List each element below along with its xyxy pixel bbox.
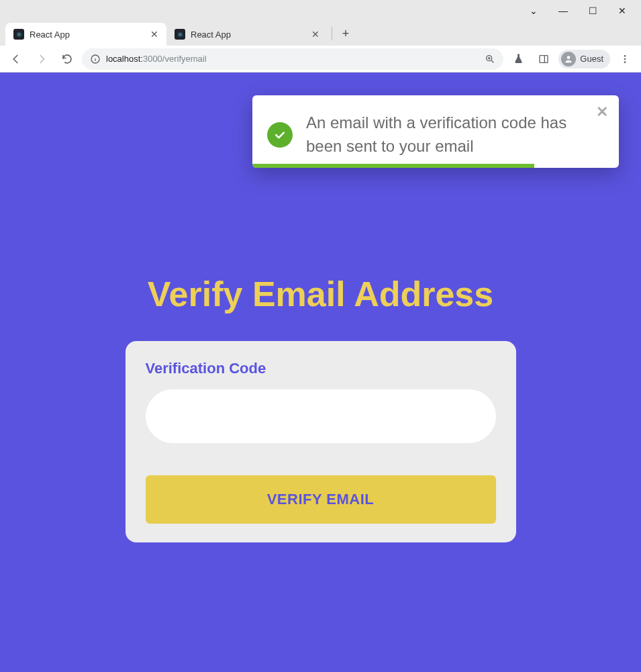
profile-label: Guest bbox=[580, 54, 603, 64]
toast-progress-bar bbox=[252, 164, 534, 168]
field-label: Verification Code bbox=[146, 360, 496, 377]
success-toast: An email with a verification code has be… bbox=[252, 95, 619, 168]
avatar-icon bbox=[561, 52, 576, 66]
verify-email-button[interactable]: VERIFY EMAIL bbox=[146, 475, 496, 524]
window-close-button[interactable]: ✕ bbox=[607, 1, 637, 20]
address-bar[interactable]: localhost:3000/verifyemail bbox=[82, 48, 503, 70]
chrome-menu-button[interactable] bbox=[614, 48, 636, 70]
panel-icon bbox=[538, 54, 549, 64]
site-info-icon[interactable] bbox=[90, 54, 101, 64]
flask-icon bbox=[513, 53, 524, 64]
kebab-icon bbox=[620, 54, 630, 64]
toast-message: An email with a verification code has be… bbox=[306, 111, 587, 158]
tab-title: React App bbox=[191, 30, 306, 40]
browser-tab[interactable]: ⚛ React App ✕ bbox=[166, 23, 328, 46]
svg-rect-7 bbox=[540, 55, 548, 62]
check-circle-icon bbox=[267, 122, 293, 148]
svg-point-11 bbox=[624, 58, 626, 60]
svg-point-9 bbox=[567, 56, 571, 59]
browser-tab[interactable]: ⚛ React App ✕ bbox=[5, 23, 166, 46]
profile-chip[interactable]: Guest bbox=[558, 50, 610, 68]
tab-close-icon[interactable]: ✕ bbox=[311, 29, 319, 40]
app-page: An email with a verification code has be… bbox=[0, 73, 641, 672]
svg-line-4 bbox=[491, 60, 493, 62]
zoom-icon[interactable] bbox=[485, 54, 495, 64]
page-title: Verify Email Address bbox=[0, 274, 641, 314]
browser-toolbar: localhost:3000/verifyemail Guest bbox=[0, 46, 641, 73]
labs-button[interactable] bbox=[507, 48, 529, 70]
verification-code-input[interactable] bbox=[146, 389, 496, 443]
react-favicon-icon: ⚛ bbox=[13, 29, 24, 40]
tab-title: React App bbox=[30, 30, 145, 40]
verify-card: Verification Code VERIFY EMAIL bbox=[126, 341, 516, 542]
tab-strip: ⚛ React App ✕ ⚛ React App ✕ + bbox=[0, 21, 641, 46]
tab-close-icon[interactable]: ✕ bbox=[150, 29, 158, 40]
toast-close-button[interactable]: ✕ bbox=[596, 103, 608, 121]
react-favicon-icon: ⚛ bbox=[175, 29, 185, 40]
reload-button[interactable] bbox=[56, 48, 78, 70]
window-minimize-button[interactable]: — bbox=[548, 1, 578, 20]
back-button[interactable] bbox=[5, 48, 27, 70]
window-menu-button[interactable]: ⌄ bbox=[519, 1, 548, 20]
url-text: localhost:3000/verifyemail bbox=[106, 54, 207, 64]
window-titlebar: ⌄ — ☐ ✕ bbox=[0, 0, 641, 21]
svg-point-10 bbox=[624, 55, 626, 57]
reload-icon bbox=[61, 53, 73, 65]
side-panel-button[interactable] bbox=[533, 48, 554, 70]
browser-chrome: ⌄ — ☐ ✕ ⚛ React App ✕ ⚛ React App ✕ + bbox=[0, 0, 641, 73]
arrow-right-icon bbox=[36, 53, 48, 65]
tab-divider bbox=[332, 27, 332, 40]
window-maximize-button[interactable]: ☐ bbox=[578, 1, 607, 20]
forward-button[interactable] bbox=[31, 48, 52, 70]
arrow-left-icon bbox=[10, 53, 22, 65]
svg-point-12 bbox=[624, 61, 626, 63]
new-tab-button[interactable]: + bbox=[336, 24, 355, 43]
